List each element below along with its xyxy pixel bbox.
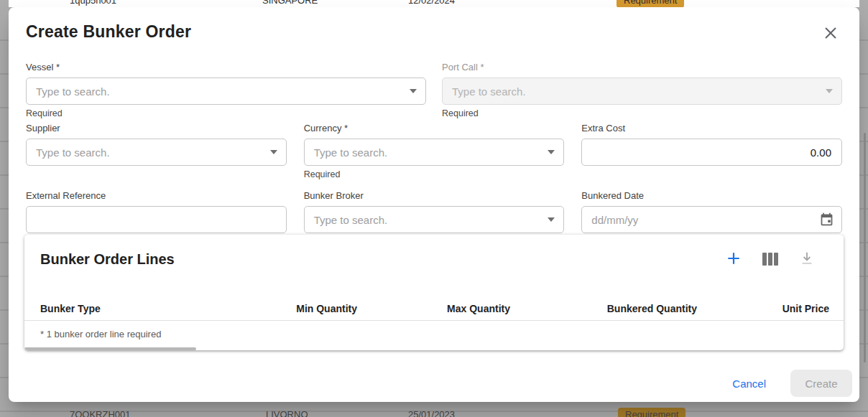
- vessel-field: Vessel * Required: [26, 62, 426, 118]
- calendar-icon: [819, 212, 834, 229]
- column-header-max-quantity: Max Quantity: [357, 303, 510, 314]
- chevron-down-icon: [826, 89, 833, 93]
- column-header-bunker-type: Bunker Type: [40, 303, 256, 314]
- create-button: Create: [790, 370, 852, 397]
- external-reference-input[interactable]: [26, 206, 287, 233]
- chevron-down-icon[interactable]: [270, 150, 277, 154]
- bunkered-date-input[interactable]: [581, 206, 842, 233]
- dialog-actions: Cancel Create: [9, 370, 852, 397]
- row-port: SINGAPORE: [262, 0, 318, 7]
- close-button[interactable]: [821, 24, 841, 44]
- lines-section-title: Bunker Order Lines: [40, 251, 175, 268]
- dialog-title: Create Bunker Order: [26, 22, 191, 42]
- row-port: LIVORNO: [266, 408, 308, 417]
- export-button: [798, 250, 816, 268]
- background-table-row: 7QQKRZH001 LIVORNO 25/01/2023 Requiremen…: [9, 402, 859, 417]
- bunker-broker-field: Bunker Broker: [304, 190, 565, 233]
- add-line-button[interactable]: [724, 250, 743, 268]
- column-header-min-quantity: Min Quantity: [256, 303, 357, 314]
- column-header-unit-price: Unit Price: [697, 303, 829, 314]
- bunker-order-lines-section: Bunker Order Lines: [24, 235, 844, 350]
- currency-input[interactable]: [304, 139, 565, 166]
- screen: 1qup5n001 SINGAPORE 12/02/2024 Requireme…: [0, 0, 868, 417]
- supplier-input[interactable]: [26, 139, 287, 166]
- port-call-label: Port Call *: [442, 62, 842, 72]
- background-scrollbar: [864, 133, 866, 362]
- chevron-down-icon[interactable]: [410, 89, 417, 93]
- bunker-broker-input[interactable]: [304, 206, 565, 233]
- vessel-label: Vessel *: [26, 62, 426, 72]
- lines-empty-row: * 1 bunker order line required: [24, 322, 844, 346]
- columns-icon: [762, 253, 778, 266]
- bunkered-date-label: Bunkered Date: [581, 190, 842, 201]
- bunkered-date-field: Bunkered Date: [581, 190, 842, 233]
- plus-icon: [726, 250, 742, 268]
- external-reference-field: External Reference: [26, 190, 287, 233]
- cancel-button[interactable]: Cancel: [726, 373, 772, 394]
- chevron-down-icon[interactable]: [548, 150, 555, 154]
- extra-cost-label: Extra Cost: [581, 123, 842, 133]
- port-call-helper: Required: [442, 108, 842, 118]
- download-icon: [799, 250, 815, 268]
- supplier-label: Supplier: [26, 123, 287, 133]
- extra-cost-input[interactable]: [581, 139, 842, 166]
- calendar-picker-button[interactable]: [818, 211, 836, 230]
- column-header-bunkered-quantity: Bunkered Quantity: [510, 303, 697, 314]
- external-reference-label: External Reference: [26, 190, 287, 201]
- status-badge: Requirement: [617, 0, 684, 7]
- row-reference: 1qup5n001: [70, 0, 116, 7]
- port-call-input: [442, 78, 842, 105]
- vessel-input[interactable]: [26, 78, 426, 105]
- row-date: 25/01/2023: [408, 408, 455, 417]
- extra-cost-field: Extra Cost: [581, 123, 842, 179]
- create-bunker-order-dialog: Create Bunker Order Vessel * Required: [9, 7, 859, 402]
- currency-helper: Required: [304, 169, 565, 179]
- chevron-down-icon[interactable]: [548, 217, 555, 222]
- close-icon: [823, 25, 839, 43]
- background-table-row: 1qup5n001 SINGAPORE 12/02/2024 Requireme…: [9, 0, 859, 7]
- lines-table-header: Bunker Type Min Quantity Max Quantity Bu…: [24, 297, 844, 321]
- row-reference: 7QQKRZH001: [70, 408, 131, 417]
- vessel-helper: Required: [26, 108, 426, 118]
- column-settings-button[interactable]: [761, 250, 780, 268]
- currency-label: Currency *: [304, 123, 565, 133]
- row-date: 12/02/2024: [408, 0, 455, 7]
- currency-field: Currency * Required: [304, 123, 565, 179]
- status-badge: Requirement: [618, 408, 685, 417]
- bunker-broker-label: Bunker Broker: [304, 190, 565, 201]
- lines-required-hint: * 1 bunker order line required: [40, 329, 161, 339]
- horizontal-scrollbar[interactable]: [24, 347, 196, 350]
- port-call-field: Port Call * Required: [442, 62, 842, 118]
- supplier-field: Supplier: [26, 123, 287, 179]
